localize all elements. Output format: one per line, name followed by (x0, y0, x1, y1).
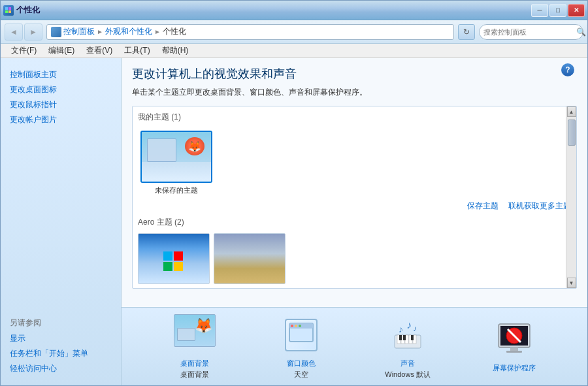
sidebar-link-desktop-icons[interactable]: 更改桌面图标 (10, 82, 112, 97)
menu-help[interactable]: 帮助(H) (157, 44, 194, 57)
toolbar-item-window-color[interactable]: 窗口颜色 天空 (275, 314, 327, 379)
sidebar-link-accessibility[interactable]: 轻松访问中心 (10, 361, 112, 376)
svg-rect-4 (163, 251, 172, 261)
svg-rect-7 (174, 262, 183, 271)
main-area: 控制面板主页 更改桌面图标 更改鼠标指针 更改帐户图片 另请参阅 显示 任务栏和… (1, 58, 587, 385)
menu-edit[interactable]: 编辑(E) (43, 44, 80, 57)
sidebar-link-account-pic[interactable]: 更改帐户图片 (10, 112, 112, 127)
nav-arrows: ◄ ► (5, 24, 42, 40)
window-color-sublabel: 天空 (294, 370, 308, 379)
get-more-themes-link[interactable]: 联机获取更多主题 (508, 201, 571, 210)
sidebar-also-see-heading: 另请参阅 (10, 317, 112, 329)
svg-point-11 (295, 325, 297, 327)
back-button[interactable]: ◄ (5, 24, 23, 40)
aero-theme-item-2[interactable] (214, 233, 286, 284)
menu-tools[interactable]: 工具(T) (119, 44, 155, 57)
unsaved-theme-label: 未保存的主题 (140, 185, 212, 195)
toolbar-item-screensaver[interactable]: 屏幕保护程序 (488, 319, 540, 374)
theme-actions: 保存主题 联机获取更多主题 (138, 201, 571, 212)
screensaver-icon-container (493, 319, 535, 361)
svg-rect-20 (403, 335, 406, 340)
windows-logo (163, 251, 184, 277)
breadcrumb: 控制面板 ► 外观和个性化 ► 个性化 (46, 24, 454, 40)
theme-container: 我的主题 (1) 🦊 未保存的主题 (132, 106, 577, 289)
screensaver-icon (493, 319, 535, 361)
desktop-bg-icon: 🦊 (174, 314, 216, 347)
scroll-down-button[interactable]: ▼ (567, 278, 576, 288)
content-area: ? 更改计算机上的视觉效果和声音 单击某个主题立即更改桌面背景、窗口颜色、声音和… (122, 58, 587, 307)
svg-rect-5 (174, 251, 183, 261)
search-bar: 🔍 (479, 24, 583, 40)
window-icon (3, 5, 14, 16)
minimize-button[interactable]: ─ (531, 4, 548, 17)
theme-bottom (142, 162, 211, 182)
main-window: 个性化 ─ □ ✕ ◄ ► 控制面板 ► 外观和个性化 ► 个性化 ↻ 🔍 文件… (0, 0, 588, 386)
aero-themes-list (138, 233, 571, 284)
title-bar-left: 个性化 (3, 5, 40, 16)
svg-text:♪: ♪ (399, 324, 403, 334)
window-color-icon (285, 319, 318, 351)
window-color-icon-container (280, 314, 322, 356)
svg-rect-30 (506, 351, 522, 353)
refresh-button[interactable]: ↻ (458, 24, 475, 40)
svg-rect-21 (411, 335, 414, 340)
nav-bar: ◄ ► 控制面板 ► 外观和个性化 ► 个性化 ↻ 🔍 (1, 20, 587, 44)
window-color-label[interactable]: 窗口颜色 (287, 359, 316, 368)
breadcrumb-sep-1: ► (97, 28, 103, 35)
theme-window-small (147, 138, 176, 162)
toolbar-item-sound[interactable]: ♪ ♪ ♪ 声音 Windows 默认 (382, 314, 434, 379)
aero-theme-item-1[interactable] (138, 233, 210, 284)
breadcrumb-item-1[interactable]: 控制面板 (63, 26, 95, 37)
window-controls: ─ □ ✕ (531, 4, 585, 17)
theme-scrollbar[interactable]: ▲ ▼ (566, 106, 576, 288)
screensaver-label[interactable]: 屏幕保护程序 (493, 363, 536, 373)
scrollbar-track (567, 117, 576, 278)
desktop-bg-window (177, 328, 195, 341)
search-icon: 🔍 (576, 27, 586, 37)
sidebar-link-taskbar[interactable]: 任务栏和「开始」菜单 (10, 346, 112, 361)
search-input[interactable] (483, 28, 574, 36)
breadcrumb-item-2[interactable]: 外观和个性化 (105, 26, 152, 37)
breadcrumb-sep-2: ► (154, 28, 161, 35)
unsaved-theme-item[interactable]: 🦊 未保存的主题 (140, 131, 212, 195)
sound-label[interactable]: 声音 (400, 359, 415, 368)
breadcrumb-icon (51, 27, 61, 37)
desktop-bg-icon-container: 🦊 (174, 314, 216, 356)
sidebar-link-display[interactable]: 显示 (10, 331, 112, 346)
unsaved-theme-preview: 🦊 (140, 131, 212, 183)
forward-button[interactable]: ► (24, 24, 42, 40)
sound-sublabel: Windows 默认 (385, 370, 431, 379)
sidebar: 控制面板主页 更改桌面图标 更改鼠标指针 更改帐户图片 另请参阅 显示 任务栏和… (1, 58, 122, 385)
theme-fox-icon: 🦊 (185, 137, 204, 155)
scroll-up-button[interactable]: ▲ (567, 106, 576, 117)
svg-rect-0 (5, 7, 8, 10)
save-theme-link[interactable]: 保存主题 (467, 201, 498, 210)
page-subtitle: 单击某个主题立即更改桌面背景、窗口颜色、声音和屏幕保护程序。 (132, 87, 577, 98)
breadcrumb-item-3: 个性化 (163, 26, 186, 37)
sidebar-link-mouse[interactable]: 更改鼠标指针 (10, 97, 112, 112)
my-themes-label: 我的主题 (1) (138, 112, 571, 123)
aero-themes-label: Aero 主题 (2) (138, 217, 571, 228)
bottom-toolbar: 🦊 桌面背景 桌面背景 (122, 307, 587, 385)
svg-text:♪: ♪ (413, 324, 417, 333)
svg-rect-3 (8, 10, 11, 13)
svg-point-10 (291, 325, 293, 327)
scrollbar-thumb[interactable] (568, 120, 576, 146)
toolbar-item-desktop-bg[interactable]: 🦊 桌面背景 桌面背景 (169, 314, 221, 379)
svg-rect-2 (5, 10, 8, 13)
help-button[interactable]: ? (561, 63, 574, 76)
sound-icon: ♪ ♪ ♪ (387, 314, 429, 356)
desktop-bg-sublabel: 桌面背景 (180, 370, 209, 379)
menu-bar: 文件(F) 编辑(E) 查看(V) 工具(T) 帮助(H) (1, 44, 587, 58)
maximize-button[interactable]: □ (549, 4, 566, 17)
sidebar-link-home[interactable]: 控制面板主页 (10, 67, 112, 82)
title-bar: 个性化 ─ □ ✕ (1, 1, 587, 20)
svg-point-12 (299, 325, 301, 327)
desktop-bg-fox: 🦊 (195, 317, 212, 334)
menu-view[interactable]: 查看(V) (81, 44, 118, 57)
close-button[interactable]: ✕ (568, 4, 585, 17)
svg-rect-19 (399, 335, 402, 340)
desktop-bg-label[interactable]: 桌面背景 (180, 359, 209, 368)
menu-file[interactable]: 文件(F) (6, 44, 42, 57)
svg-rect-1 (8, 7, 11, 10)
